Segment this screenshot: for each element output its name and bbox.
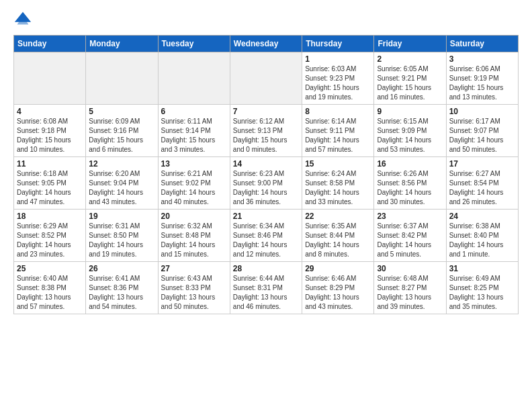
day-number: 3 [449,54,515,64]
day-info: Sunrise: 6:41 AM Sunset: 8:36 PM Dayligh… [89,274,154,312]
day-info: Sunrise: 6:43 AM Sunset: 8:33 PM Dayligh… [161,274,227,312]
day-info: Sunrise: 6:12 AM Sunset: 9:13 PM Dayligh… [233,117,299,154]
calendar-cell: 17Sunrise: 6:27 AM Sunset: 8:54 PM Dayli… [446,157,518,210]
calendar-cell: 11Sunrise: 6:18 AM Sunset: 9:05 PM Dayli… [14,157,86,210]
weekday-header-row: SundayMondayTuesdayWednesdayThursdayFrid… [14,36,519,52]
calendar-cell: 12Sunrise: 6:20 AM Sunset: 9:04 PM Dayli… [86,157,158,210]
day-number: 11 [17,159,83,169]
weekday-header-saturday: Saturday [446,36,518,52]
calendar-cell: 27Sunrise: 6:43 AM Sunset: 8:33 PM Dayli… [158,262,230,314]
weekday-header-wednesday: Wednesday [230,36,302,52]
calendar-cell: 31Sunrise: 6:49 AM Sunset: 8:25 PM Dayli… [446,262,518,314]
calendar-cell: 7Sunrise: 6:12 AM Sunset: 9:13 PM Daylig… [230,105,302,157]
weekday-header-thursday: Thursday [302,36,374,52]
calendar-cell: 29Sunrise: 6:46 AM Sunset: 8:29 PM Dayli… [302,262,374,314]
calendar-cell: 3Sunrise: 6:06 AM Sunset: 9:19 PM Daylig… [446,52,518,105]
weekday-header-sunday: Sunday [14,36,86,52]
calendar-cell: 15Sunrise: 6:24 AM Sunset: 8:58 PM Dayli… [302,157,374,210]
day-number: 8 [305,107,371,116]
day-number: 17 [449,159,515,169]
day-info: Sunrise: 6:03 AM Sunset: 9:23 PM Dayligh… [305,64,371,102]
day-info: Sunrise: 6:37 AM Sunset: 8:42 PM Dayligh… [377,222,443,259]
day-number: 14 [233,159,299,169]
day-info: Sunrise: 6:14 AM Sunset: 9:11 PM Dayligh… [305,117,371,154]
day-info: Sunrise: 6:11 AM Sunset: 9:14 PM Dayligh… [161,117,227,154]
weekday-header-monday: Monday [86,36,158,52]
day-number: 13 [161,159,227,169]
week-row-2: 4Sunrise: 6:08 AM Sunset: 9:18 PM Daylig… [14,105,519,157]
day-info: Sunrise: 6:46 AM Sunset: 8:29 PM Dayligh… [305,274,371,312]
day-info: Sunrise: 6:49 AM Sunset: 8:25 PM Dayligh… [449,274,515,312]
day-number: 12 [89,159,154,169]
day-number: 28 [233,264,299,273]
day-info: Sunrise: 6:05 AM Sunset: 9:21 PM Dayligh… [377,64,443,102]
logo-area [13,11,34,30]
calendar-cell: 20Sunrise: 6:32 AM Sunset: 8:48 PM Dayli… [158,210,230,262]
day-info: Sunrise: 6:44 AM Sunset: 8:31 PM Dayligh… [233,274,299,312]
day-info: Sunrise: 6:21 AM Sunset: 9:02 PM Dayligh… [161,169,227,207]
day-number: 5 [89,107,154,116]
day-number: 15 [305,159,371,169]
calendar-cell: 8Sunrise: 6:14 AM Sunset: 9:11 PM Daylig… [302,105,374,157]
day-number: 9 [377,107,443,116]
day-info: Sunrise: 6:29 AM Sunset: 8:52 PM Dayligh… [17,222,83,259]
week-row-4: 18Sunrise: 6:29 AM Sunset: 8:52 PM Dayli… [14,210,519,262]
day-number: 27 [161,264,227,273]
day-number: 29 [305,264,371,273]
day-number: 26 [89,264,154,273]
calendar-cell [158,52,230,105]
calendar-cell: 23Sunrise: 6:37 AM Sunset: 8:42 PM Dayli… [374,210,446,262]
day-info: Sunrise: 6:48 AM Sunset: 8:27 PM Dayligh… [377,274,443,312]
day-info: Sunrise: 6:18 AM Sunset: 9:05 PM Dayligh… [17,169,83,207]
calendar-cell: 14Sunrise: 6:23 AM Sunset: 9:00 PM Dayli… [230,157,302,210]
calendar-cell: 22Sunrise: 6:35 AM Sunset: 8:44 PM Dayli… [302,210,374,262]
calendar-cell: 25Sunrise: 6:40 AM Sunset: 8:38 PM Dayli… [14,262,86,314]
calendar-cell: 1Sunrise: 6:03 AM Sunset: 9:23 PM Daylig… [302,52,374,105]
calendar-cell: 26Sunrise: 6:41 AM Sunset: 8:36 PM Dayli… [86,262,158,314]
calendar-cell: 10Sunrise: 6:17 AM Sunset: 9:07 PM Dayli… [446,105,518,157]
weekday-header-friday: Friday [374,36,446,52]
day-info: Sunrise: 6:20 AM Sunset: 9:04 PM Dayligh… [89,169,154,207]
day-info: Sunrise: 6:24 AM Sunset: 8:58 PM Dayligh… [305,169,371,207]
calendar-cell: 13Sunrise: 6:21 AM Sunset: 9:02 PM Dayli… [158,157,230,210]
calendar-cell: 28Sunrise: 6:44 AM Sunset: 8:31 PM Dayli… [230,262,302,314]
day-number: 10 [449,107,515,116]
day-info: Sunrise: 6:06 AM Sunset: 9:19 PM Dayligh… [449,64,515,102]
day-number: 7 [233,107,299,116]
day-number: 31 [449,264,515,273]
calendar-cell: 5Sunrise: 6:09 AM Sunset: 9:16 PM Daylig… [86,105,158,157]
day-info: Sunrise: 6:27 AM Sunset: 8:54 PM Dayligh… [449,169,515,207]
calendar-cell: 19Sunrise: 6:31 AM Sunset: 8:50 PM Dayli… [86,210,158,262]
day-number: 4 [17,107,83,116]
week-row-5: 25Sunrise: 6:40 AM Sunset: 8:38 PM Dayli… [14,262,519,314]
calendar-cell: 6Sunrise: 6:11 AM Sunset: 9:14 PM Daylig… [158,105,230,157]
day-info: Sunrise: 6:09 AM Sunset: 9:16 PM Dayligh… [89,117,154,154]
day-number: 22 [305,212,371,221]
calendar-cell: 30Sunrise: 6:48 AM Sunset: 8:27 PM Dayli… [374,262,446,314]
header [13,11,519,30]
calendar-table: SundayMondayTuesdayWednesdayThursdayFrid… [13,35,519,314]
week-row-1: 1Sunrise: 6:03 AM Sunset: 9:23 PM Daylig… [14,52,519,105]
calendar-cell: 4Sunrise: 6:08 AM Sunset: 9:18 PM Daylig… [14,105,86,157]
day-info: Sunrise: 6:17 AM Sunset: 9:07 PM Dayligh… [449,117,515,154]
day-info: Sunrise: 6:40 AM Sunset: 8:38 PM Dayligh… [17,274,83,312]
day-info: Sunrise: 6:08 AM Sunset: 9:18 PM Dayligh… [17,117,83,154]
day-number: 19 [89,212,154,221]
day-number: 6 [161,107,227,116]
day-info: Sunrise: 6:23 AM Sunset: 9:00 PM Dayligh… [233,169,299,207]
page: SundayMondayTuesdayWednesdayThursdayFrid… [0,0,532,321]
calendar-cell: 9Sunrise: 6:15 AM Sunset: 9:09 PM Daylig… [374,105,446,157]
day-info: Sunrise: 6:32 AM Sunset: 8:48 PM Dayligh… [161,222,227,259]
day-number: 21 [233,212,299,221]
day-number: 2 [377,54,443,64]
day-info: Sunrise: 6:34 AM Sunset: 8:46 PM Dayligh… [233,222,299,259]
week-row-3: 11Sunrise: 6:18 AM Sunset: 9:05 PM Dayli… [14,157,519,210]
calendar-cell [86,52,158,105]
calendar-cell: 24Sunrise: 6:38 AM Sunset: 8:40 PM Dayli… [446,210,518,262]
weekday-header-tuesday: Tuesday [158,36,230,52]
day-number: 18 [17,212,83,221]
calendar-cell: 21Sunrise: 6:34 AM Sunset: 8:46 PM Dayli… [230,210,302,262]
day-number: 23 [377,212,443,221]
day-info: Sunrise: 6:31 AM Sunset: 8:50 PM Dayligh… [89,222,154,259]
day-info: Sunrise: 6:38 AM Sunset: 8:40 PM Dayligh… [449,222,515,259]
